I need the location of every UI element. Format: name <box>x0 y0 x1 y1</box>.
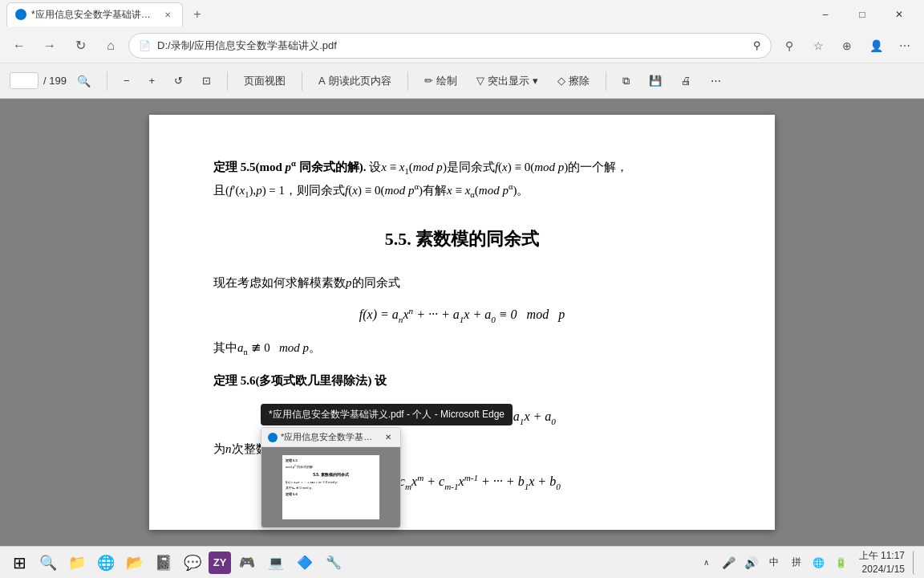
maximize-button[interactable]: □ <box>844 0 881 28</box>
more-button[interactable]: ⋯ <box>704 71 727 90</box>
paragraph-1: 现在考虑如何求解模素数p的同余式 <box>213 271 711 295</box>
taskbar-edge[interactable]: 🌐 <box>93 550 119 576</box>
refresh-button[interactable]: ↻ <box>67 33 93 59</box>
forward-button[interactable]: → <box>37 33 63 59</box>
view-label: 页面视图 <box>244 74 286 88</box>
tray-network[interactable]: 🌐 <box>809 553 829 572</box>
highlight-button[interactable]: ▽ 突出显示 ▾ <box>470 71 545 92</box>
paragraph-2: 其中an ≢ 0 mod p。 <box>213 336 711 360</box>
theorem-55-text: 定理 5.5(mod pα 同余式的解). 设x ≡ x1(mod p)是同余式… <box>213 161 628 173</box>
print-button[interactable]: 🖨 <box>675 71 698 90</box>
thumbnail-card[interactable]: *应用信息安全数学基础讲义.p... ✕ 定理 5.5 mod pα 同余式的解… <box>261 427 401 528</box>
taskbar-right: ∧ 🎤 🔊 中 拼 🌐 🔋 上午 11:17 2024/1/15 <box>697 549 918 576</box>
theorem-55-line2: 且(f′(x1),p) = 1，则同余式f(x) ≡ 0(mod pα)有解x … <box>213 184 529 197</box>
address-file-icon: 📄 <box>139 40 151 51</box>
draw-button[interactable]: ✏ 绘制 <box>418 71 464 92</box>
pdf-toolbar: / 199 🔍 − + ↺ ⊡ 页面视图 A 朗读此页内容 ✏ 绘制 ▽ 突出显… <box>0 63 924 99</box>
thumbnail-preview: 定理 5.5 mod pα 同余式的解 5.5. 素数模的同余式 f(x) = … <box>261 447 400 527</box>
thumbnail-favicon <box>268 433 278 442</box>
show-desktop[interactable] <box>913 551 918 575</box>
address-bar[interactable]: 📄 D:/录制/应用信息安全数学基础讲义.pdf ⚲ <box>128 33 772 59</box>
separator-2 <box>227 71 228 91</box>
address-text: D:/录制/应用信息安全数学基础讲义.pdf <box>157 39 747 53</box>
taskbar-onenote[interactable]: 📓 <box>151 550 176 576</box>
search-icon-btn[interactable]: ⚲ <box>776 33 802 59</box>
system-tray: ∧ 🎤 🔊 中 拼 🌐 🔋 <box>697 553 851 572</box>
fit-button[interactable]: ⊡ <box>196 71 217 90</box>
total-pages: / 199 <box>43 75 67 87</box>
close-button[interactable]: ✕ <box>881 0 918 28</box>
tab-bar: *应用信息安全数学基础讲义.pdf ✕ + <box>6 0 209 28</box>
thumbnail-title: *应用信息安全数学基础讲义.p... <box>281 431 379 443</box>
taskbar-settings[interactable]: 🔧 <box>321 550 346 576</box>
collections-button[interactable]: ⊕ <box>834 33 860 59</box>
zoom-out-button[interactable]: − <box>117 71 136 90</box>
title-bar: *应用信息安全数学基础讲义.pdf ✕ + – □ ✕ <box>0 0 924 28</box>
zoom-in-icon: + <box>149 75 156 87</box>
rotate-icon: ↺ <box>174 75 183 87</box>
erase-icon: ◇ <box>557 75 565 87</box>
thumbnail-close-button[interactable]: ✕ <box>383 432 394 443</box>
tray-volume[interactable]: 🔊 <box>742 553 761 572</box>
nav-right-icons: ⚲ ☆ ⊕ 👤 ⋯ <box>776 33 918 59</box>
copy-button[interactable]: ⧉ <box>616 71 636 91</box>
thumbnail-header: *应用信息安全数学基础讲义.p... ✕ <box>261 428 400 447</box>
separator-3 <box>302 71 302 91</box>
tray-expand[interactable]: ∧ <box>697 553 716 572</box>
theorem-55-label: 定理 5.5(mod pα 同余式的解). <box>213 161 366 173</box>
new-tab-button[interactable]: + <box>186 3 209 26</box>
tray-battery[interactable]: 🔋 <box>832 553 851 572</box>
page-info: / 199 🔍 <box>10 68 97 94</box>
taskbar-idea[interactable]: 🔷 <box>292 550 318 576</box>
taskbar-teams[interactable]: 💬 <box>180 550 205 576</box>
tooltip-label: *应用信息安全数学基础讲义.pdf - 个人 - Microsoft Edge <box>261 404 513 425</box>
read-aloud-button[interactable]: A 朗读此页内容 <box>312 71 398 92</box>
theorem-56: 定理 5.6(多项式欧几里得除法) 设 <box>213 370 711 392</box>
taskbar-search[interactable]: 🔍 <box>35 550 61 576</box>
section-title: 5.5. 素数模的同余式 <box>213 227 711 251</box>
taskbar: ⊞ 🔍 📁 🌐 📂 📓 💬 ZY 🎮 💻 🔷 🔧 ∧ 🎤 🔊 中 拼 🌐 🔋 上… <box>0 546 924 578</box>
system-clock[interactable]: 上午 11:17 2024/1/15 <box>856 549 908 576</box>
taskbar-explorer[interactable]: 📂 <box>122 550 148 576</box>
taskbar-files[interactable]: 📁 <box>64 550 90 576</box>
erase-button[interactable]: ◇ 擦除 <box>551 71 596 92</box>
home-button[interactable]: ⌂ <box>98 33 124 59</box>
favorites-button[interactable]: ☆ <box>805 33 831 59</box>
draw-label: 绘制 <box>436 74 457 88</box>
profile-button[interactable]: 👤 <box>863 33 889 59</box>
window-controls: – □ ✕ <box>807 0 918 28</box>
nav-bar: ← → ↻ ⌂ 📄 D:/录制/应用信息安全数学基础讲义.pdf ⚲ ⚲ ☆ ⊕… <box>0 28 924 63</box>
highlight-label: 突出显示 <box>488 74 529 88</box>
settings-button[interactable]: ⋯ <box>892 33 918 59</box>
highlight-icon: ▽ <box>476 75 484 87</box>
taskbar-zy[interactable]: ZY <box>209 552 231 574</box>
view-button[interactable]: 页面视图 <box>237 71 292 92</box>
separator-1 <box>107 71 107 91</box>
read-label: 朗读此页内容 <box>329 74 391 88</box>
back-button[interactable]: ← <box>6 33 32 59</box>
rotate-button[interactable]: ↺ <box>168 71 189 90</box>
address-search-icon: ⚲ <box>753 39 761 51</box>
theorem-56-label: 定理 5.6(多项式欧几里得除法) 设 <box>213 374 387 387</box>
separator-4 <box>407 71 408 91</box>
tray-ime-zh[interactable]: 中 <box>764 553 784 572</box>
zoom-in-button[interactable]: + <box>143 71 162 90</box>
save-button[interactable]: 💾 <box>642 71 668 90</box>
active-tab[interactable]: *应用信息安全数学基础讲义.pdf ✕ <box>6 2 183 26</box>
erase-label: 擦除 <box>569 74 590 88</box>
start-button[interactable]: ⊞ <box>6 550 32 576</box>
page-number-input[interactable] <box>10 72 38 89</box>
taskbar-app1[interactable]: 🎮 <box>234 550 260 576</box>
tooltip-popup: *应用信息安全数学基础讲义.pdf - 个人 - Microsoft Edge … <box>261 404 513 528</box>
taskbar-vscode[interactable]: 💻 <box>263 550 289 576</box>
tray-ime-pin[interactable]: 拼 <box>787 553 806 572</box>
minimize-button[interactable]: – <box>807 0 844 28</box>
formula-1: f(x) = anxn + ··· + a1x + a0 ≡ 0 mod p <box>213 306 711 324</box>
zoom-out-icon: − <box>124 75 130 87</box>
search-pdf-button[interactable]: 🔍 <box>71 68 97 94</box>
clock-time: 上午 11:17 <box>859 549 905 563</box>
tab-close-button[interactable]: ✕ <box>161 8 174 21</box>
tray-mic[interactable]: 🎤 <box>719 553 739 572</box>
clock-date: 2024/1/15 <box>859 563 905 576</box>
separator-5 <box>606 71 606 91</box>
